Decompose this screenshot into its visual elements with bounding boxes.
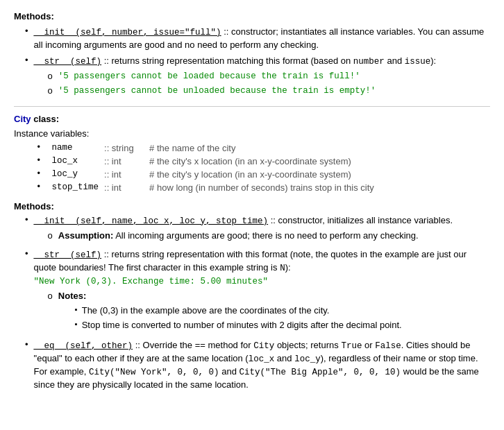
sep-col: :: int: [104, 155, 140, 168]
item-content: __init__(self, name, loc_x, loc_y, stop_…: [34, 214, 490, 244]
list-item: __init__(self, name, loc_x, loc_y, stop_…: [25, 214, 490, 244]
table-row: • loc_y :: int # the city's y location (…: [19, 168, 380, 181]
assumption-label: Assumption:: [58, 230, 113, 241]
list-item: Assumption: All incoming arguments are g…: [48, 230, 490, 243]
list-item: Stop time is converted to number of minu…: [75, 319, 402, 332]
item-content: __init__(self, number, issue="full") :: …: [34, 26, 490, 52]
list-item: Notes: The (0,3) in the example above ar…: [48, 290, 490, 334]
str-example: "New York (0,3). Exchange time: 5.00 min…: [34, 277, 269, 286]
bullet-col: • stop_time: [19, 181, 104, 194]
list-item: __init__(self, number, issue="full") :: …: [25, 26, 490, 52]
list-item: '5 passengers cannot be unloaded because…: [48, 85, 490, 98]
list-item: The (0,3) in the example above are the c…: [75, 304, 402, 318]
list-item: __str__(self) :: returns string represen…: [25, 55, 490, 99]
comment-col: # the city's x location (in an x-y-coord…: [140, 155, 380, 168]
note-text: Stop time is converted to number of minu…: [82, 319, 402, 332]
top-methods-section: Methods: __init__(self, number, issue="f…: [14, 11, 490, 99]
city-class-title: City class:: [14, 114, 490, 124]
notes-label: Notes:: [58, 291, 86, 301]
city-methods-label: Methods:: [14, 201, 490, 212]
bullet-col: • name: [19, 141, 104, 155]
table-row: • stop_time :: int # how long (in number…: [19, 181, 380, 194]
sub-list: Assumption: All incoming arguments are g…: [34, 230, 490, 243]
item-content: __eq__(self, other) :: Override the == m…: [34, 339, 490, 392]
instance-vars-table: • name :: string # the name of the city …: [19, 141, 380, 194]
note-text: The (0,3) in the example above are the c…: [82, 304, 330, 318]
method-signature: __init__(self, number, issue="full"): [34, 28, 221, 37]
city-class-suffix: class:: [31, 114, 59, 124]
example-text: '5 passengers cannot be unloaded because…: [58, 85, 376, 97]
list-item: __eq__(self, other) :: Override the == m…: [25, 339, 490, 392]
comment-col: # the name of the city: [140, 141, 380, 155]
methods-label: Methods:: [14, 11, 490, 22]
example-text: '5 passengers cannot be loaded because t…: [58, 70, 360, 83]
instance-vars-table-wrapper: • name :: string # the name of the city …: [14, 141, 490, 194]
item-content: __str__(self) :: returns string represen…: [34, 248, 490, 335]
example-list: '5 passengers cannot be loaded because t…: [34, 70, 490, 98]
sub-list: Notes: The (0,3) in the example above ar…: [34, 290, 490, 334]
sep-col: :: int: [104, 181, 140, 194]
notes-list: The (0,3) in the example above are the c…: [58, 304, 402, 332]
city-methods-section: Methods: __init__(self, name, loc_x, loc…: [14, 201, 490, 392]
comment-col: # the city's y location (in an x-y-coord…: [140, 168, 380, 181]
sep-col: :: int: [104, 168, 140, 181]
item-content: __str__(self) :: returns string represen…: [34, 55, 490, 99]
city-methods-list: __init__(self, name, loc_x, loc_y, stop_…: [14, 214, 490, 392]
instance-vars-section: Instance variables: • name :: string # t…: [14, 128, 490, 194]
city-class-name: City: [14, 114, 31, 124]
method-signature: __str__(self): [34, 57, 102, 67]
bullet-col: • loc_y: [19, 168, 104, 181]
methods-list: __init__(self, number, issue="full") :: …: [14, 26, 490, 99]
list-item: '5 passengers cannot be loaded because t…: [48, 70, 490, 83]
list-item: __str__(self) :: returns string represen…: [25, 248, 490, 335]
city-section: City class: Instance variables: • name :…: [14, 114, 490, 392]
comment-col: # how long (in number of seconds) trains…: [140, 181, 380, 194]
table-row: • name :: string # the name of the city: [19, 141, 380, 155]
table-row: • loc_x :: int # the city's x location (…: [19, 155, 380, 168]
method-signature: __str__(self): [34, 250, 102, 260]
method-signature: __eq__(self, other): [34, 341, 133, 351]
instance-vars-label: Instance variables:: [14, 128, 490, 139]
method-signature: __init__(self, name, loc_x, loc_y, stop_…: [34, 216, 269, 226]
divider: [14, 106, 490, 107]
sep-col: :: string: [104, 141, 140, 155]
bullet-col: • loc_x: [19, 155, 104, 168]
